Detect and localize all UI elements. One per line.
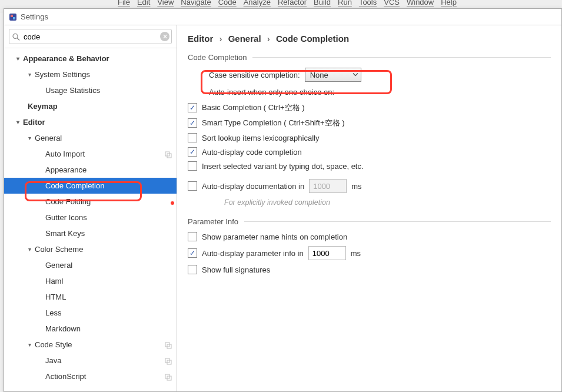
auto-doc-hint: For explicitly invoked completion <box>224 198 330 207</box>
menu-edit[interactable]: Edit <box>137 0 150 6</box>
chevron-down-icon: ▾ <box>25 135 34 141</box>
project-scope-icon <box>165 372 172 381</box>
sort-lookup-label: Sort lookup items lexicographically <box>202 134 319 142</box>
annotation-dot <box>171 201 174 205</box>
auto-doc-label: Auto-display documentation in <box>202 182 304 191</box>
tree-appearance[interactable]: Appearance <box>4 162 177 178</box>
chevron-right-icon: › <box>267 34 270 44</box>
dropdown-value: None <box>310 71 328 79</box>
settings-tree: ▾ Appearance & Behavior ▾ System Setting… <box>4 48 177 391</box>
sort-lookup-checkbox[interactable] <box>188 133 197 142</box>
smart-type-completion-label: Smart Type Completion ( Ctrl+Shift+空格 ) <box>202 118 345 128</box>
app-icon <box>9 13 17 21</box>
tree-code-style[interactable]: ▾ Code Style <box>4 337 177 353</box>
menu-refactor[interactable]: Refactor <box>278 0 307 6</box>
auto-param-info-checkbox[interactable]: ✓ <box>188 248 197 258</box>
tree-cs-actionscript[interactable]: ActionScript <box>4 368 177 384</box>
auto-param-info-input[interactable] <box>308 246 346 260</box>
auto-param-info-label: Auto-display parameter info in <box>202 249 304 258</box>
chevron-down-icon: ▾ <box>25 341 34 348</box>
tree-keymap[interactable]: Keymap <box>4 98 177 114</box>
tree-cs-general[interactable]: General <box>4 257 177 273</box>
tree-smart-keys[interactable]: Smart Keys <box>4 225 177 241</box>
ms-label: ms <box>351 182 361 191</box>
tree-code-folding[interactable]: Code Folding <box>4 194 177 210</box>
menu-file[interactable]: File <box>118 0 130 6</box>
menu-run[interactable]: Run <box>338 0 352 6</box>
menu-analyze[interactable]: Analyze <box>244 0 271 6</box>
tree-usage-statistics[interactable]: Usage Statistics <box>4 82 177 98</box>
tree-color-scheme[interactable]: ▾ Color Scheme <box>4 241 177 257</box>
show-full-sig-label: Show full signatures <box>202 265 270 274</box>
insert-selected-checkbox[interactable] <box>188 161 197 171</box>
tree-auto-import[interactable]: Auto Import <box>4 146 177 162</box>
chevron-down-icon <box>353 71 358 79</box>
insert-selected-label: Insert selected variant by typing dot, s… <box>202 162 364 171</box>
chevron-down-icon: ▾ <box>14 119 22 125</box>
dialog-title: Settings <box>21 12 48 21</box>
auto-display-label: Auto-display code completion <box>202 148 302 157</box>
menu-navigate[interactable]: Navigate <box>181 0 211 6</box>
tree-editor[interactable]: ▾ Editor <box>4 114 177 130</box>
ms-label: ms <box>351 249 361 258</box>
show-param-hints-checkbox[interactable] <box>188 232 197 241</box>
tree-general[interactable]: ▾ General <box>4 130 177 146</box>
menu-vcs[interactable]: VCS <box>384 0 400 6</box>
auto-doc-input[interactable] <box>309 179 347 193</box>
titlebar: Settings <box>4 9 561 25</box>
tree-system-settings[interactable]: ▾ System Settings <box>4 67 177 82</box>
divider <box>252 57 551 58</box>
svg-line-4 <box>17 38 19 41</box>
tree-code-completion[interactable]: Code Completion <box>4 178 177 194</box>
search-input[interactable] <box>9 29 172 44</box>
section-title-label: Parameter Info <box>188 217 238 226</box>
settings-content: Editor › General › Code Completion Code … <box>177 25 561 391</box>
tree-cs-java[interactable]: Java <box>4 353 177 368</box>
show-full-sig-checkbox[interactable] <box>188 265 197 274</box>
divider <box>244 221 551 222</box>
svg-rect-1 <box>11 15 13 17</box>
breadcrumb-editor[interactable]: Editor <box>188 34 213 44</box>
breadcrumb-code-completion: Code Completion <box>276 34 349 44</box>
tree-cs-less[interactable]: Less <box>4 305 177 321</box>
auto-display-checkbox[interactable]: ✓ <box>188 147 197 157</box>
chevron-down-icon: ▾ <box>14 55 22 62</box>
case-sensitive-label: Case sensitive completion: <box>209 71 300 79</box>
project-scope-icon <box>165 356 172 365</box>
auto-insert-label: Auto-insert when only one choice on: <box>209 88 334 97</box>
menu-tools[interactable]: Tools <box>359 0 377 6</box>
chevron-down-icon: ▾ <box>25 246 34 253</box>
basic-completion-label: Basic Completion ( Ctrl+空格 ) <box>202 102 304 113</box>
menu-view[interactable]: View <box>157 0 174 6</box>
menu-build[interactable]: Build <box>314 0 331 6</box>
tree-cs-markdown[interactable]: Markdown <box>4 321 177 337</box>
svg-point-3 <box>13 34 18 39</box>
tree-cs-haml[interactable]: Haml <box>4 273 177 289</box>
section-title-label: Code Completion <box>188 53 247 62</box>
show-param-hints-label: Show parameter name hints on completion <box>202 232 347 241</box>
breadcrumb-general[interactable]: General <box>228 34 261 44</box>
section-code-completion: Code Completion Case sensitive completio… <box>188 53 551 207</box>
clear-search-icon[interactable]: ✕ <box>160 32 169 41</box>
auto-doc-checkbox[interactable] <box>188 181 197 191</box>
menu-code[interactable]: Code <box>218 0 237 6</box>
tree-appearance-behavior[interactable]: ▾ Appearance & Behavior <box>4 51 177 67</box>
section-parameter-info: Parameter Info Show parameter name hints… <box>188 217 551 274</box>
project-scope-icon <box>165 150 172 158</box>
basic-completion-checkbox[interactable]: ✓ <box>188 103 197 112</box>
case-sensitive-dropdown[interactable]: None <box>305 68 361 82</box>
breadcrumb: Editor › General › Code Completion <box>188 34 551 44</box>
settings-sidebar: ✕ ▾ Appearance & Behavior ▾ System Setti… <box>4 25 177 391</box>
tree-gutter-icons[interactable]: Gutter Icons <box>4 210 177 225</box>
chevron-right-icon: › <box>220 34 222 44</box>
svg-rect-2 <box>13 17 15 19</box>
chevron-down-icon: ▾ <box>25 71 34 78</box>
settings-dialog: Settings ✕ ▾ Appearance & Behavior <box>4 8 562 392</box>
menu-window[interactable]: Window <box>407 0 434 6</box>
project-scope-icon <box>165 340 172 349</box>
tree-cs-html[interactable]: HTML <box>4 289 177 305</box>
smart-type-completion-checkbox[interactable]: ✓ <box>188 118 197 128</box>
menu-help[interactable]: Help <box>441 0 457 6</box>
search-icon <box>12 32 20 41</box>
